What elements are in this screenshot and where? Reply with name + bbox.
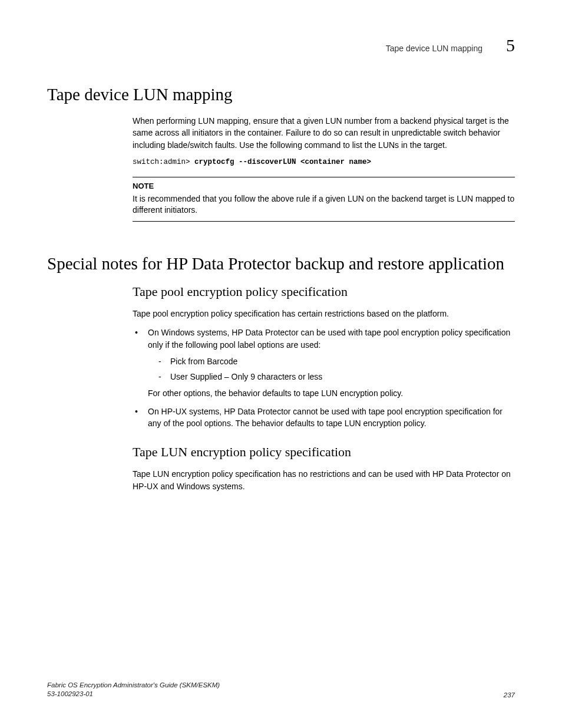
bullet-text: On Windows systems, HP Data Protector ca… — [148, 328, 510, 349]
chapter-number: 5 — [506, 35, 515, 55]
section1-para1: When performing LUN mapping, ensure that… — [133, 115, 515, 151]
list-item: On Windows systems, HP Data Protector ca… — [133, 327, 515, 399]
sub2-para: Tape LUN encryption policy specification… — [133, 468, 515, 492]
bullet-trailing: For other options, the behavior defaults… — [148, 387, 515, 399]
list-item: User Supplied – Only 9 characters or les… — [158, 371, 515, 383]
footer-left: Fabric OS Encryption Administrator's Gui… — [47, 681, 220, 699]
running-header-text: Tape device LUN mapping — [386, 44, 482, 53]
dash-list: Pick from Barcode User Supplied – Only 9… — [158, 355, 515, 383]
section2-body: Tape pool encryption policy specificatio… — [133, 284, 515, 492]
note-block: NOTE It is recommended that you follow t… — [133, 177, 515, 222]
list-item: Pick from Barcode — [158, 355, 515, 367]
code-command: cryptocfg --discoverLUN <container name> — [194, 158, 371, 166]
page: Tape device LUN mapping 5 Tape device LU… — [0, 0, 562, 728]
code-prompt: switch:admin> — [133, 158, 194, 166]
running-header: Tape device LUN mapping 5 — [47, 35, 515, 55]
section1-body: When performing LUN mapping, ensure that… — [133, 115, 515, 222]
sub1-intro: Tape pool encryption policy specificatio… — [133, 308, 515, 319]
footer-docnum: 53-1002923-01 — [47, 690, 220, 699]
code-example: switch:admin> cryptocfg --discoverLUN <c… — [133, 158, 515, 166]
section-title-lun-mapping: Tape device LUN mapping — [47, 85, 515, 104]
note-text: It is recommended that you follow the ab… — [133, 193, 515, 216]
page-footer: Fabric OS Encryption Administrator's Gui… — [47, 681, 515, 699]
subsection-title-tape-pool: Tape pool encryption policy specificatio… — [133, 284, 515, 299]
bullet-text: On HP-UX systems, HP Data Protector cann… — [148, 407, 503, 428]
bullet-list: On Windows systems, HP Data Protector ca… — [133, 327, 515, 429]
section-title-hp-data-protector: Special notes for HP Data Protector back… — [47, 254, 515, 274]
subsection-title-tape-lun: Tape LUN encryption policy specification — [133, 444, 515, 460]
footer-page-number: 237 — [504, 691, 515, 699]
note-label: NOTE — [133, 181, 515, 192]
list-item: On HP-UX systems, HP Data Protector cann… — [133, 406, 515, 430]
footer-guide: Fabric OS Encryption Administrator's Gui… — [47, 681, 220, 690]
